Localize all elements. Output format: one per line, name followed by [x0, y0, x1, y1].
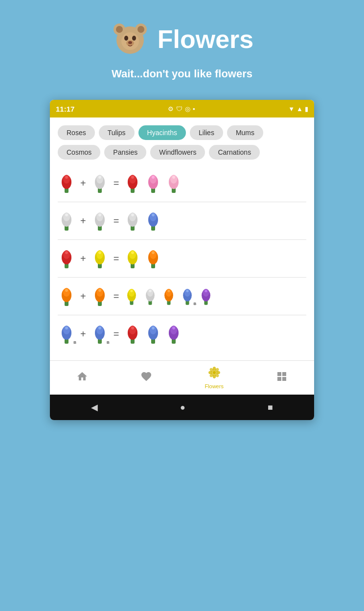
nav-flowers-label: Flowers	[205, 383, 224, 389]
gear-icon: ⚙	[168, 105, 174, 113]
operator-plus-5: +	[80, 329, 86, 340]
flower-orange-4b	[91, 285, 109, 307]
operator-plus-2: +	[80, 215, 86, 227]
svg-point-65	[65, 289, 68, 292]
chip-windflowers[interactable]: Windflowers	[150, 145, 205, 160]
equals-5: =	[114, 329, 119, 340]
svg-point-25	[152, 176, 155, 179]
flower-white-hyacinth	[91, 172, 109, 194]
svg-point-110	[212, 371, 216, 375]
equals-1: =	[114, 178, 119, 189]
svg-point-73	[131, 290, 133, 292]
home-button[interactable]: ●	[180, 402, 185, 413]
chip-cosmos[interactable]: Cosmos	[58, 145, 100, 160]
equals-4: =	[114, 291, 119, 302]
result-red-1	[124, 172, 141, 194]
svg-point-81	[168, 290, 170, 292]
breeding-row-2: + =	[58, 202, 306, 240]
flower-blue-5a: B	[58, 323, 75, 345]
flower-red-hyacinth	[58, 172, 75, 194]
svg-point-89	[205, 290, 207, 292]
bottom-nav: Flowers	[50, 360, 314, 395]
android-nav: ◀ ● ■	[50, 395, 314, 420]
status-time: 11:17	[56, 105, 74, 113]
grid-icon	[276, 371, 288, 385]
app-title: Flowers	[158, 24, 254, 54]
result-blue-5	[144, 323, 162, 345]
flower-icon	[208, 366, 221, 382]
svg-point-57	[131, 251, 134, 254]
svg-point-69	[98, 289, 101, 292]
subtitle: Wait...don't you like flowers	[112, 68, 252, 80]
app-header: Flowers Wait...don't you like flowers	[0, 0, 364, 100]
svg-point-7	[132, 36, 136, 41]
result-purple-4	[198, 286, 214, 306]
svg-point-109	[172, 327, 175, 329]
svg-point-4	[137, 26, 144, 33]
chip-lilies[interactable]: Lilies	[190, 125, 223, 140]
chip-roses[interactable]: Roses	[58, 125, 95, 140]
result-yellow-4	[124, 286, 139, 306]
header-top: Flowers	[111, 20, 254, 59]
chip-tulips[interactable]: Tulips	[99, 125, 135, 140]
nav-favorites[interactable]	[140, 371, 152, 385]
svg-point-97	[98, 327, 101, 329]
equals-2: =	[114, 215, 119, 227]
svg-point-3	[116, 26, 123, 33]
result-red-5	[124, 323, 141, 345]
heart-icon	[140, 371, 152, 385]
svg-point-45	[152, 213, 155, 216]
result-lightpink-1	[165, 172, 182, 194]
status-icons: ⚙ 🛡 ◎ ▪	[168, 105, 195, 113]
shield-icon: 🛡	[176, 105, 182, 113]
svg-point-85	[186, 290, 189, 292]
home-icon	[76, 371, 88, 385]
battery-icon: ▮	[305, 105, 308, 113]
chip-hyacinths[interactable]: Hyacinths	[138, 125, 186, 140]
svg-point-77	[149, 290, 152, 292]
result-orange-4	[161, 286, 177, 306]
flower-yellow-3	[91, 248, 109, 269]
recents-button[interactable]: ■	[268, 402, 273, 413]
svg-point-105	[152, 327, 155, 329]
chips-row-1: Roses Tulips Hyacinths Lilies Mums	[58, 125, 306, 140]
breeding-section: + =	[58, 164, 306, 352]
svg-point-13	[65, 176, 68, 179]
badge-b-5a: B	[73, 341, 76, 345]
phone-frame: 11:17 ⚙ 🛡 ◎ ▪ ▼ ▲ ▮ Roses Tulips Hyacint…	[50, 100, 314, 420]
flower-white-2a	[58, 210, 75, 232]
signal-icon: ▲	[296, 105, 303, 113]
back-button[interactable]: ◀	[91, 402, 98, 413]
nav-home[interactable]	[76, 371, 88, 385]
status-right-icons: ▼ ▲ ▮	[288, 105, 308, 113]
svg-point-49	[65, 251, 68, 254]
nav-grid[interactable]	[276, 371, 288, 385]
chip-pansies[interactable]: Pansies	[104, 145, 146, 160]
operator-plus-4: +	[80, 291, 86, 302]
chip-carnations[interactable]: Carnations	[209, 145, 260, 160]
svg-point-93	[65, 327, 68, 329]
wifi-icon: ▼	[288, 105, 295, 113]
result-blue-2	[144, 210, 162, 232]
svg-point-33	[65, 213, 68, 216]
flower-white-2b	[91, 210, 109, 232]
svg-point-6	[124, 36, 128, 41]
nav-flowers[interactable]: Flowers	[205, 366, 224, 389]
svg-point-9	[128, 41, 132, 44]
flower-blue-5b: B	[91, 323, 109, 345]
bear-avatar	[111, 20, 150, 59]
result-purple-5	[165, 323, 182, 345]
flower-red-3	[58, 248, 75, 269]
breeding-row-4: + =	[58, 278, 306, 315]
breeding-row-1: + =	[58, 164, 306, 202]
status-bar: 11:17 ⚙ 🛡 ◎ ▪ ▼ ▲ ▮	[50, 100, 314, 118]
svg-point-21	[131, 176, 134, 179]
radio-icon: ◎	[185, 105, 190, 113]
wallet-icon: ▪	[193, 105, 195, 113]
result-white-2	[124, 210, 141, 232]
svg-point-37	[98, 213, 101, 216]
chip-mums[interactable]: Mums	[227, 125, 263, 140]
chips-row-2: Cosmos Pansies Windflowers Carnations	[58, 145, 306, 160]
equals-3: =	[114, 253, 119, 264]
operator-plus-1: +	[80, 178, 86, 189]
